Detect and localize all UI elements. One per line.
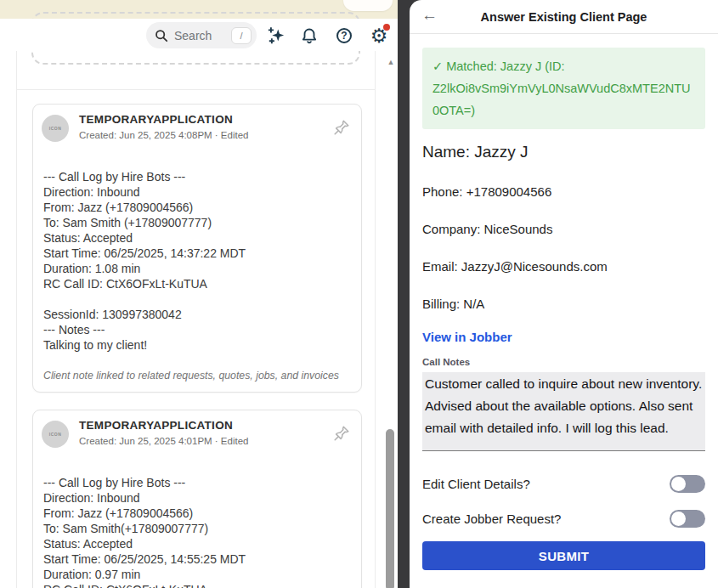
create-request-toggle-row: Create Jobber Request? bbox=[422, 510, 705, 528]
top-banner-button[interactable] bbox=[343, 0, 393, 11]
search-icon bbox=[155, 29, 168, 42]
sparkles-icon[interactable] bbox=[265, 25, 286, 46]
client-name: Name: Jazzy J bbox=[422, 143, 705, 161]
call-log-text: --- Call Log by Hire Bots --- Direction:… bbox=[43, 475, 353, 588]
view-in-jobber-link[interactable]: View in Jobber bbox=[422, 330, 512, 344]
client-billing: Billing: N/A bbox=[422, 297, 705, 311]
call-notes-textarea[interactable]: Customer called to inquire about new inv… bbox=[422, 372, 705, 451]
create-request-toggle[interactable] bbox=[670, 510, 705, 528]
note-card-meta: Created: Jun 25, 2025 4:08PM · Edited bbox=[79, 130, 248, 140]
question-mark: ? bbox=[336, 28, 352, 43]
scrollbar-up-arrow[interactable]: ▲ bbox=[384, 58, 398, 70]
avatar: ICON bbox=[42, 421, 69, 448]
bell-icon[interactable] bbox=[299, 25, 319, 46]
back-arrow-icon[interactable]: ← bbox=[421, 6, 438, 25]
client-phone: Phone: +17809004566 bbox=[422, 184, 705, 199]
note-card-footer: Client note linked to related requests, … bbox=[43, 370, 339, 382]
client-company: Company: NiceSounds bbox=[422, 222, 705, 236]
edit-client-label: Edit Client Details? bbox=[422, 477, 530, 491]
notes-feed: ICON TEMPORARYAPPLICATION Created: Jun 2… bbox=[0, 51, 399, 588]
note-card: ICON TEMPORARYAPPLICATION Created: Jun 2… bbox=[32, 104, 362, 393]
app-header: Search / ? ⚙ bbox=[0, 19, 399, 51]
note-card-meta: Created: Jun 25, 2025 4:01PM · Edited bbox=[79, 436, 248, 446]
panel-title: Answer Existing Client Page bbox=[410, 0, 718, 34]
note-card: ICON TEMPORARYAPPLICATION Created: Jun 2… bbox=[32, 410, 362, 588]
container-border-left bbox=[16, 51, 17, 588]
search-placeholder: Search bbox=[174, 29, 231, 42]
pin-icon[interactable] bbox=[332, 118, 351, 137]
note-card-title: TEMPORARYAPPLICATION bbox=[79, 113, 233, 126]
notification-dot bbox=[383, 24, 390, 31]
section-divider bbox=[17, 89, 375, 90]
scrollbar-thumb[interactable] bbox=[386, 429, 394, 588]
match-success-banner: ✓ Matched: Jazzy J (ID: Z2lkOi8vSm9iYmVy… bbox=[422, 48, 705, 129]
avatar: ICON bbox=[42, 115, 69, 142]
panel-body: ✓ Matched: Jazzy J (ID: Z2lkOi8vSm9iYmVy… bbox=[410, 48, 718, 570]
call-log-text: --- Call Log by Hire Bots --- Direction:… bbox=[43, 169, 353, 353]
container-border-right bbox=[375, 51, 376, 588]
edit-client-toggle-row: Edit Client Details? bbox=[422, 475, 705, 493]
gear-icon[interactable]: ⚙ bbox=[369, 25, 389, 46]
call-notes-label: Call Notes bbox=[422, 357, 705, 367]
note-card-title: TEMPORARYAPPLICATION bbox=[79, 419, 233, 432]
toggle-knob bbox=[671, 512, 686, 526]
search-shortcut-badge: / bbox=[231, 27, 252, 44]
pin-icon[interactable] bbox=[332, 424, 351, 443]
answer-client-panel: ← Answer Existing Client Page ✓ Matched:… bbox=[410, 0, 718, 588]
toggle-knob bbox=[671, 477, 686, 491]
submit-button[interactable]: SUBMIT bbox=[422, 541, 705, 570]
client-email: Email: JazzyJ@Nicesounds.com bbox=[422, 259, 705, 274]
panel-header: ← Answer Existing Client Page bbox=[410, 0, 718, 34]
create-request-label: Create Jobber Request? bbox=[422, 512, 561, 526]
help-icon[interactable]: ? bbox=[334, 25, 354, 46]
search-input[interactable]: Search / bbox=[146, 22, 257, 48]
edit-client-toggle[interactable] bbox=[670, 475, 705, 493]
main-app-area: Search / ? ⚙ ICON bbox=[0, 0, 399, 588]
